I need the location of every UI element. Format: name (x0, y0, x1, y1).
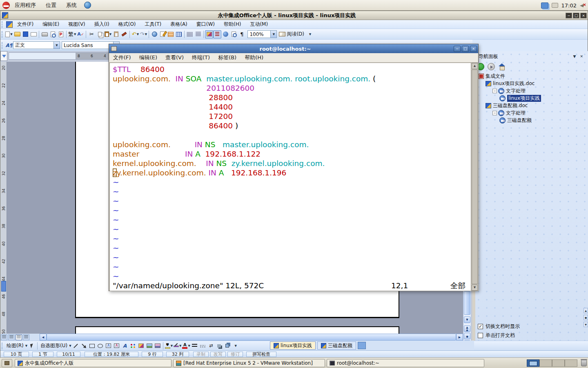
diagram-button[interactable] (129, 342, 137, 350)
arrow-tool-button[interactable] (80, 342, 88, 350)
status-spellcheck[interactable]: 拼写检查 (246, 352, 276, 357)
view-web-button[interactable] (8, 334, 15, 340)
tree-item-3[interactable]: linux项目实践 (476, 94, 586, 102)
panel-menu-arrow[interactable]: ▼ (571, 54, 578, 58)
export-pdf-button[interactable]: P (57, 30, 65, 38)
checkbox-unchecked[interactable] (478, 333, 483, 338)
home-icon[interactable] (498, 63, 506, 70)
convert-chinese-button[interactable]: 繁▼ (68, 30, 76, 38)
browse-prev-button[interactable]: ▲▲ (464, 325, 470, 332)
workspace-1[interactable] (527, 359, 539, 367)
dash-style-button[interactable] (199, 342, 207, 350)
fill-color-button[interactable]: ⛊▼ (165, 342, 173, 350)
terminal-scrollbar[interactable]: ▲ ▼ (471, 63, 478, 291)
open-button[interactable] (13, 30, 21, 38)
font-color-button[interactable]: A▼ (182, 342, 190, 350)
document-page-11[interactable] (75, 326, 399, 334)
sidebar-scroll-up[interactable]: ▲ (584, 308, 588, 313)
vscroll-down-button[interactable]: ▼ (464, 316, 470, 323)
rectangle-tool-button[interactable] (88, 342, 96, 350)
tree-item-2[interactable]: −文字处理 (476, 87, 586, 94)
terminal-minimize-button[interactable]: − (454, 46, 461, 52)
save-button[interactable] (21, 30, 29, 38)
terminal-scroll-down[interactable]: ▼ (472, 285, 478, 291)
doc-tab-0[interactable]: linux项目实践 (270, 341, 316, 350)
status-revision[interactable]: 修订 (227, 352, 243, 357)
mail-button[interactable] (29, 30, 38, 38)
vertical-ruler[interactable]: 20222426283032343638404244464850 (0, 62, 7, 334)
workspace-2[interactable] (539, 359, 552, 367)
arrow-style-button[interactable]: ⇄ (207, 342, 215, 350)
view-outline-button[interactable] (23, 334, 29, 340)
terminal-title-bar[interactable]: root@localhost:~ − □ × (109, 44, 478, 53)
print-button[interactable] (40, 30, 49, 38)
textbox-button[interactable]: A (105, 342, 113, 350)
terminal-close-button[interactable]: × (470, 46, 477, 52)
office-minimize-button[interactable]: − (566, 13, 572, 18)
terminal-content[interactable]: $TTL 86400uplooking.com. IN SOA master.u… (109, 63, 479, 291)
office-menu-6[interactable]: 表格(A) (166, 21, 192, 28)
horizontal-scrollbar[interactable]: ◀ ▶ (40, 334, 463, 341)
zoom-page-button[interactable] (229, 30, 238, 38)
view-normal-button[interactable] (1, 334, 7, 340)
redo-button[interactable]: ↷▼ (139, 30, 147, 38)
office-restore-button[interactable]: □ (573, 13, 579, 18)
taskbar-task-0[interactable]: 永中集成Office个人版 (15, 359, 172, 367)
reading-mode-button[interactable]: 阅读(D) (278, 30, 306, 38)
compose-button[interactable] (158, 30, 167, 38)
drawbar-overflow-button[interactable]: ▼ (232, 342, 240, 350)
panel-menu-1[interactable]: 位置 (41, 2, 61, 9)
status-record[interactable]: 录制 (193, 352, 209, 357)
science-button[interactable] (221, 30, 229, 38)
stdbar-overflow-button[interactable]: ▼ (306, 30, 314, 38)
paste-button[interactable]: ▼ (104, 30, 112, 38)
paragraph-style-combobox[interactable]: 正文 ▼ (13, 41, 60, 49)
line-tool-button[interactable] (72, 342, 80, 350)
window-selector-icon[interactable] (541, 2, 548, 9)
office-menu-8[interactable]: 帮助(H) (219, 21, 245, 28)
edit-picture-button[interactable] (154, 342, 162, 350)
trash-icon[interactable] (581, 360, 587, 366)
browse-object-button[interactable]: ● (464, 333, 470, 339)
tab-scroll-button[interactable] (358, 342, 366, 349)
checkbox-checked[interactable]: ✓ (478, 324, 483, 329)
style-dialog-button[interactable]: A¶ (5, 41, 13, 49)
tree-item-0[interactable]: 集成文件 (476, 72, 586, 80)
office-menu-3[interactable]: 插入(I) (90, 21, 114, 28)
tree-item-1[interactable]: linux项目实践.doc (476, 80, 586, 87)
drawing-toggle-button[interactable] (205, 30, 213, 38)
spellcheck-button[interactable]: A (76, 30, 85, 38)
terminal-maximize-button[interactable]: □ (462, 46, 469, 52)
forward-icon[interactable] (488, 63, 495, 70)
clipart-button[interactable] (137, 342, 145, 350)
wordart-button[interactable]: A (121, 342, 129, 350)
select-pointer-button[interactable] (28, 342, 36, 350)
oval-tool-button[interactable] (96, 342, 105, 350)
tree-item-6[interactable]: 三磁盘配额 (476, 117, 586, 124)
shadow-style-button[interactable] (215, 342, 223, 350)
ruler-origin-box[interactable] (0, 51, 7, 61)
sidebar-scroll-dot[interactable]: ● (584, 315, 588, 320)
volume-muted-icon[interactable] (580, 2, 586, 8)
panel-clock[interactable]: 17:02 (561, 2, 577, 9)
vertical-textbox-button[interactable]: A (113, 342, 121, 350)
zoom-combobox[interactable]: 100% ▼ (247, 30, 277, 38)
zoom-dropdown-arrow[interactable]: ▼ (270, 31, 276, 38)
show-marks-button[interactable]: ¶ (238, 30, 246, 38)
tree-expander[interactable]: − (492, 111, 497, 115)
insert-table-button[interactable] (167, 30, 175, 38)
hscroll-right-button[interactable]: ▶ (456, 334, 463, 341)
tree-item-5[interactable]: −文字处理 (476, 109, 586, 117)
toolbar-grip[interactable] (2, 21, 4, 28)
undo-button[interactable]: ↶▼ (131, 30, 139, 38)
insert-picture-button[interactable] (145, 342, 154, 350)
format-painter-button[interactable] (120, 30, 128, 38)
show-desktop-button[interactable] (2, 359, 12, 367)
panel-close-icon[interactable]: ✕ (578, 54, 585, 58)
terminal-scroll-thumb[interactable] (472, 70, 478, 284)
taskbar-task-1[interactable]: [Red Hat Enterprise Linux 5 2 - VMware W… (173, 359, 325, 367)
office-title-bar[interactable]: 永中集成Office个人版 - linux项目实践 - linux项目实践 − … (0, 11, 588, 20)
tray-applet-icon[interactable] (552, 3, 558, 8)
status-overwrite[interactable]: 改写 (210, 352, 226, 357)
terminal-menu-4[interactable]: 标签(B) (214, 54, 241, 61)
